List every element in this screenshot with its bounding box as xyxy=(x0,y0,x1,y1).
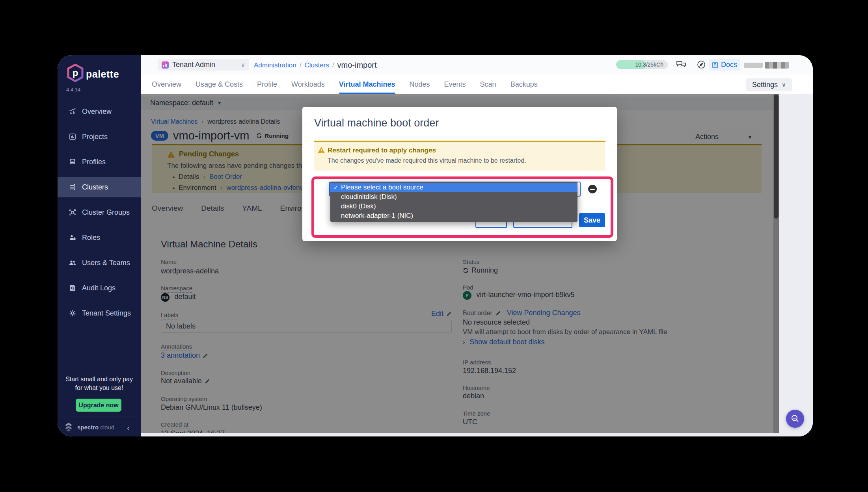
footer-brand-2: cloud xyxy=(100,424,114,431)
bottom-gutter xyxy=(141,433,779,436)
dropdown-option-disk0[interactable]: disk0 (Disk) xyxy=(330,202,577,211)
sidebar-item-label: Clusters xyxy=(82,183,108,191)
usage-meter[interactable]: 10.3/25kCh xyxy=(616,60,668,69)
cluster-groups-icon xyxy=(69,208,76,216)
modal-title: Virtual machine boot order xyxy=(314,117,439,129)
right-gutter xyxy=(779,94,813,436)
dropdown-option-label: network-adapter-1 (NIC) xyxy=(341,212,413,220)
restart-warning-box: Restart required to apply changes The ch… xyxy=(314,141,605,171)
tab-events[interactable]: Events xyxy=(444,75,466,94)
tenant-scope-selector[interactable]: Tenant Admin ∨ xyxy=(158,59,249,71)
save-button[interactable]: Save xyxy=(579,213,605,227)
chevron-down-icon: ∨ xyxy=(241,61,245,69)
tab-usage-costs[interactable]: Usage & Costs xyxy=(196,75,243,94)
spectro-cloud-logo-icon xyxy=(63,421,74,433)
redacted-username-block xyxy=(744,63,763,68)
brand-name: palette xyxy=(86,69,119,80)
svg-text:p: p xyxy=(73,67,78,78)
promo-text: Start small and only pay for what you us… xyxy=(58,375,141,392)
warning-title: Restart required to apply changes xyxy=(328,147,436,154)
audit-logs-icon xyxy=(69,284,76,292)
sidebar-item-projects[interactable]: Projects xyxy=(58,126,141,147)
chevron-down-icon: ∨ xyxy=(782,81,786,88)
settings-button-label: Settings xyxy=(752,81,778,89)
breadcrumb: Administration / Clusters / vmo-import xyxy=(254,61,377,70)
tenant-selector-label: Tenant Admin xyxy=(172,61,241,69)
sidebar-item-label: Profiles xyxy=(82,158,106,166)
sidebar-item-label: Overview xyxy=(82,108,112,116)
screen: p palette 4.4.14 Overview Projects Profi… xyxy=(0,0,868,492)
dropdown-option-cloudinitdisk[interactable]: cloudinitdisk (Disk) xyxy=(330,192,577,202)
dropdown-option-label: disk0 (Disk) xyxy=(341,202,376,210)
sidebar-item-label: Tenant Settings xyxy=(82,309,131,317)
sidebar-item-users-teams[interactable]: Users & Teams xyxy=(58,252,141,273)
sidebar-item-tenant-settings[interactable]: Tenant Settings xyxy=(58,303,141,323)
sidebar-item-cluster-groups[interactable]: Cluster Groups xyxy=(58,202,141,223)
breadcrumb-separator: / xyxy=(300,61,302,69)
usage-meter-value: 10.3/25kCh xyxy=(635,61,663,68)
warning-icon xyxy=(317,147,325,154)
cluster-tab-bar: Overview Usage & Costs Profile Workloads… xyxy=(141,75,813,94)
top-bar: Tenant Admin ∨ Administration / Clusters… xyxy=(141,55,813,75)
roles-icon xyxy=(69,234,76,241)
sidebar-item-roles[interactable]: Roles xyxy=(58,227,141,248)
tab-workloads[interactable]: Workloads xyxy=(291,75,325,94)
compass-icon[interactable] xyxy=(697,60,706,69)
tab-profile[interactable]: Profile xyxy=(257,75,277,94)
dropdown-option-label: cloudinitdisk (Disk) xyxy=(341,193,397,201)
tab-virtual-machines[interactable]: Virtual Machines xyxy=(339,75,395,94)
tenant-icon xyxy=(162,61,169,69)
sidebar-item-label: Roles xyxy=(82,234,100,242)
dropdown-option-selected[interactable]: ✓ Please select a boot source xyxy=(330,183,577,192)
footer-brand: spectro xyxy=(77,424,99,431)
tab-scan[interactable]: Scan xyxy=(480,75,496,94)
boot-source-dropdown-menu: ✓ Please select a boot source cloudinitd… xyxy=(330,182,577,222)
tab-backups[interactable]: Backups xyxy=(510,75,538,94)
profiles-stack-icon xyxy=(69,158,76,166)
sidebar-item-label: Users & Teams xyxy=(82,259,130,267)
breadcrumb-current: vmo-import xyxy=(337,61,377,70)
redacted-username-block-2 xyxy=(765,62,789,69)
sidebar-collapse-chevron[interactable]: ‹ xyxy=(127,423,130,433)
book-icon xyxy=(712,61,718,69)
sidebar-item-overview[interactable]: Overview xyxy=(58,101,141,122)
sidebar-item-label: Audit Logs xyxy=(82,284,115,292)
magnifier-smile-icon xyxy=(790,414,800,424)
clusters-icon xyxy=(69,183,76,191)
sidebar-item-clusters[interactable]: Clusters xyxy=(58,177,141,197)
app-version: 4.4.14 xyxy=(66,87,80,93)
remove-row-icon[interactable] xyxy=(588,185,597,193)
warning-text: The changes you've made required this vi… xyxy=(328,157,526,164)
tab-nodes[interactable]: Nodes xyxy=(410,75,430,94)
chart-overview-icon xyxy=(69,108,76,115)
check-icon: ✓ xyxy=(333,184,338,191)
chat-icon[interactable] xyxy=(676,60,686,69)
sidebar-divider xyxy=(58,416,141,416)
sidebar-item-audit-logs[interactable]: Audit Logs xyxy=(58,278,141,298)
docs-button-label: Docs xyxy=(721,61,737,69)
dropdown-option-label: Please select a boot source xyxy=(341,184,423,191)
users-teams-icon xyxy=(69,259,76,267)
dropdown-option-network-adapter[interactable]: network-adapter-1 (NIC) xyxy=(330,211,577,221)
sidebar-item-label: Projects xyxy=(82,133,108,141)
palette-logo-icon: p xyxy=(67,64,84,82)
gear-icon xyxy=(69,309,76,317)
projects-icon xyxy=(69,133,76,141)
breadcrumb-administration[interactable]: Administration xyxy=(254,61,296,69)
sidebar-item-label: Cluster Groups xyxy=(82,208,130,217)
upgrade-now-button[interactable]: Upgrade now xyxy=(76,399,121,412)
settings-button[interactable]: Settings ∨ xyxy=(746,78,792,91)
breadcrumb-separator: / xyxy=(332,61,334,69)
docs-button[interactable]: Docs xyxy=(709,59,740,71)
sidebar: p palette 4.4.14 Overview Projects Profi… xyxy=(58,55,141,436)
breadcrumb-clusters[interactable]: Clusters xyxy=(304,61,329,69)
search-helper-button[interactable] xyxy=(786,410,804,428)
sidebar-item-profiles[interactable]: Profiles xyxy=(58,152,141,172)
tab-overview[interactable]: Overview xyxy=(152,75,181,94)
app-window: p palette 4.4.14 Overview Projects Profi… xyxy=(58,55,813,436)
